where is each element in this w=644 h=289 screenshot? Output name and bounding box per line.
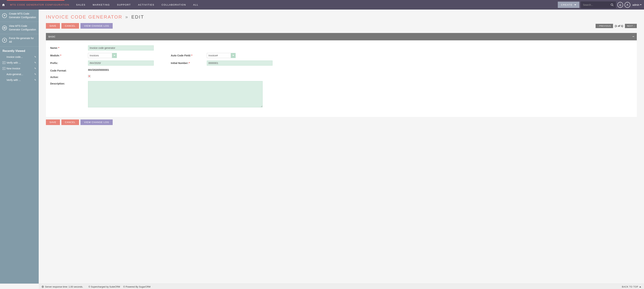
recent-label: Verify with ... <box>6 61 34 64</box>
edit-icon[interactable]: ✎ <box>34 73 36 76</box>
title-record: INVOICE CODE GENERATOR <box>46 14 122 20</box>
cancel-button[interactable]: CANCEL <box>62 23 79 29</box>
nav-item-marketing[interactable]: MARKETING <box>89 0 114 10</box>
action-row-bottom: SAVE CANCEL VIEW CHANGE LOG <box>46 119 637 125</box>
header-right: CREATE admin <box>558 2 644 8</box>
collapse-icon[interactable]: − <box>632 35 634 39</box>
search-icon[interactable] <box>610 3 614 7</box>
save-button[interactable]: SAVE <box>46 119 60 125</box>
svg-point-0 <box>611 4 613 6</box>
prefix-input[interactable] <box>88 61 154 66</box>
auto-code-field-value: Invoice# <box>207 53 231 58</box>
panel-basic: BASIC − Name:* Module:* Invoices <box>46 33 637 117</box>
chevron-right-icon: › <box>634 25 635 27</box>
recent-item[interactable]: E Verify with ... ✎ <box>0 60 39 66</box>
label-initial-number: Initial Number:* <box>171 61 207 66</box>
response-time: Server response time: 1.00 seconds. <box>42 285 83 288</box>
sidebar-item-create-config[interactable]: + Create MTS Code Generator Configuratio… <box>0 10 39 22</box>
active-tab-indicator <box>7 0 64 1</box>
panel-title: BASIC <box>48 35 56 38</box>
previous-button[interactable]: ‹ PREVIOUS <box>596 24 613 28</box>
sidebar-item-label: Create MTS Code Generator Configuration <box>9 12 36 19</box>
create-label: CREATE <box>561 4 572 6</box>
dropdown-icon[interactable] <box>231 53 236 58</box>
label-code-format: Code Format: <box>50 68 88 72</box>
sidebar-item-label: Force Re-generate for All <box>9 37 36 44</box>
recent-icon: E <box>2 67 6 70</box>
module-select[interactable]: Invoices <box>88 53 117 58</box>
edit-icon[interactable]: ✎ <box>34 56 36 58</box>
search-input[interactable] <box>583 4 610 6</box>
nav-item-activities[interactable]: ACTIVITIES <box>134 0 158 10</box>
caret-down-icon <box>640 4 642 5</box>
nav-items: SALES MARKETING SUPPORT ACTIVITIES COLLA… <box>72 0 202 10</box>
recent-item[interactable]: Verify with ... ✎ <box>0 77 39 83</box>
recent-label: Auto-generat... <box>6 73 34 76</box>
plus-icon: + <box>2 38 7 43</box>
plus-icon: + <box>2 13 7 18</box>
create-button[interactable]: CREATE <box>558 2 580 8</box>
sidebar-item-force-regenerate[interactable]: + Force Re-generate for All <box>0 34 39 46</box>
pager-info: (1 of 1) <box>615 25 623 27</box>
recent-list: Invoice code... ✎ E Verify with ... ✎ E … <box>0 54 39 83</box>
module-value: Invoices <box>88 53 112 58</box>
label-prefix: Prefix: <box>50 61 88 65</box>
label-description: Description: <box>50 81 88 85</box>
code-format-value: INV/2020/0000001 <box>88 68 632 71</box>
nav-item-collaboration[interactable]: COLLABORATION <box>158 0 190 10</box>
user-name: admin <box>632 4 639 6</box>
supercharged-link[interactable]: © Supercharged by SuiteCRM <box>88 285 120 288</box>
powered-link[interactable]: © Powered By SugarCRM <box>123 285 150 288</box>
cancel-button[interactable]: CANCEL <box>62 119 79 125</box>
nav-item-support[interactable]: SUPPORT <box>114 0 134 10</box>
sidebar-item-view-config[interactable]: View MTS Code Generator Configuration <box>0 22 39 34</box>
nav-item-sales[interactable]: SALES <box>72 0 89 10</box>
svg-point-3 <box>4 28 5 28</box>
notifications-icon[interactable] <box>617 2 623 8</box>
response-text: Server response time: 1.00 seconds. <box>45 285 83 288</box>
sidebar-item-label: View MTS Code Generator Configuration <box>9 24 36 31</box>
back-to-top-label: BACK TO TOP <box>622 285 638 288</box>
globe-icon <box>42 285 44 288</box>
description-textarea[interactable] <box>88 81 262 107</box>
panel-header[interactable]: BASIC − <box>46 33 637 40</box>
caret-down-icon <box>574 4 576 6</box>
edit-icon[interactable]: ✎ <box>34 62 36 64</box>
save-button[interactable]: SAVE <box>46 23 60 29</box>
nav-brand[interactable]: MTS CODE GENERATOR CONFIGURATION <box>7 0 72 10</box>
recently-viewed-heading: Recently Viewed <box>0 47 39 54</box>
back-to-top-button[interactable]: BACK TO TOP <box>622 285 641 288</box>
footer: Server response time: 1.00 seconds. © Su… <box>39 283 644 289</box>
nav-item-all[interactable]: ALL <box>190 0 202 10</box>
action-row-top: SAVE CANCEL VIEW CHANGE LOG ‹ PREVIOUS (… <box>46 23 637 29</box>
dropdown-icon[interactable] <box>112 53 117 58</box>
recent-item[interactable]: Auto-generat... ✎ <box>0 71 39 77</box>
recent-item[interactable]: Invoice code... ✎ <box>0 54 39 60</box>
view-change-log-button[interactable]: VIEW CHANGE LOG <box>80 119 113 125</box>
label-auto-code-field: Auto Code Field:* <box>171 53 207 58</box>
initial-number-input[interactable] <box>207 61 272 66</box>
previous-label: PREVIOUS <box>599 25 611 27</box>
main-content: INVOICE CODE GENERATOR » EDIT SAVE CANCE… <box>39 10 644 283</box>
user-icon[interactable] <box>624 2 630 8</box>
active-checkbox[interactable]: ✕ <box>88 75 90 78</box>
edit-icon[interactable]: ✎ <box>34 67 36 70</box>
label-name: Name:* <box>50 45 88 49</box>
recent-item[interactable]: E New Invoice ✎ <box>0 66 39 71</box>
svg-point-2 <box>627 4 628 5</box>
chevron-left-icon: ‹ <box>598 25 599 27</box>
title-mode: EDIT <box>132 14 144 20</box>
auto-code-field-select[interactable]: Invoice# <box>207 53 236 58</box>
title-separator: » <box>125 14 128 20</box>
edit-icon[interactable]: ✎ <box>34 79 36 81</box>
next-label: NEXT <box>627 25 633 27</box>
home-icon[interactable] <box>0 0 7 10</box>
page-title: INVOICE CODE GENERATOR » EDIT <box>46 14 637 20</box>
search-box[interactable] <box>581 2 616 8</box>
user-menu[interactable]: admin <box>632 4 642 6</box>
view-change-log-button[interactable]: VIEW CHANGE LOG <box>80 23 113 29</box>
next-button[interactable]: NEXT › <box>625 24 637 28</box>
label-active: Active: <box>50 75 88 79</box>
name-input[interactable] <box>88 45 154 51</box>
recent-label: Invoice code... <box>6 56 34 58</box>
